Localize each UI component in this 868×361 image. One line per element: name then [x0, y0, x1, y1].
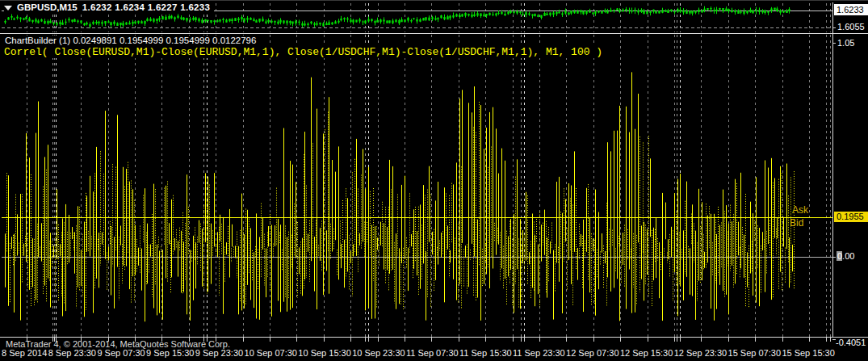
window-splitter[interactable]	[0, 33, 868, 34]
time-label: 12 Sep 07:30	[566, 348, 619, 358]
indicator-scale-bottom: -0.4051	[836, 338, 866, 347]
time-label: 10 Sep 07:30	[245, 348, 297, 358]
time-label: 10 Sep 15:30	[298, 348, 350, 358]
indicator-name: ChartBuilder (1)	[5, 36, 70, 45]
time-label: 9 Sep 07:30	[97, 348, 145, 358]
time-label: 12 Sep 23:30	[674, 348, 727, 358]
indicator-scale-top: 1.05	[837, 38, 854, 48]
time-label: 15 Sep 15:30	[782, 348, 834, 358]
time-label: 12 Sep 15:30	[620, 348, 673, 358]
time-label: 11 Sep 23:30	[513, 348, 565, 358]
current-price-badge: 1.6233	[834, 4, 868, 15]
price-scale-separator	[832, 2, 833, 338]
mt4-chart-window: GBPUSD,M15 1.6232 1.6234 1.6227 1.6233 C…	[0, 0, 868, 361]
ask-label: Ask	[792, 204, 808, 216]
time-label: 8 Sep 23:30	[48, 348, 96, 358]
zero-level-label: 0.00	[837, 251, 854, 261]
chart-bottom-border	[0, 337, 868, 338]
time-label: 15 Sep 07:30	[728, 348, 781, 358]
time-label: 8 Sep 2014	[2, 348, 47, 358]
time-label: 9 Sep 23:30	[195, 348, 243, 358]
indicator-values: 0.0249891 0.1954999 0.1954999 0.0122796	[73, 36, 256, 45]
time-label: 11 Sep 15:30	[459, 348, 512, 358]
price-window-title: GBPUSD,M15 1.6232 1.6234 1.6227 1.6233	[4, 2, 214, 13]
symbol-dropdown-icon[interactable]	[4, 6, 12, 10]
bid-label: Bid	[790, 217, 803, 229]
symbol-label: GBPUSD,M15	[17, 2, 78, 12]
indicator-title: ChartBuilder (1) 0.0249891 0.1954999 0.1…	[5, 36, 259, 45]
time-axis: 8 Sep 20148 Sep 23:309 Sep 07:309 Sep 15…	[2, 348, 835, 358]
indicator-formula: Correl( Close(EURUSD,M1)-Close(EURUSD,M1…	[4, 46, 605, 58]
time-label: 10 Sep 23:30	[352, 348, 405, 358]
ask-level-badge: 0.1955	[834, 212, 868, 222]
time-label: 9 Sep 15:30	[146, 348, 194, 358]
time-label: 11 Sep 07:30	[406, 348, 459, 358]
ohlc-values: 1.6232 1.6234 1.6227 1.6233	[82, 2, 210, 12]
price-level-label: 1.6055	[837, 22, 865, 31]
